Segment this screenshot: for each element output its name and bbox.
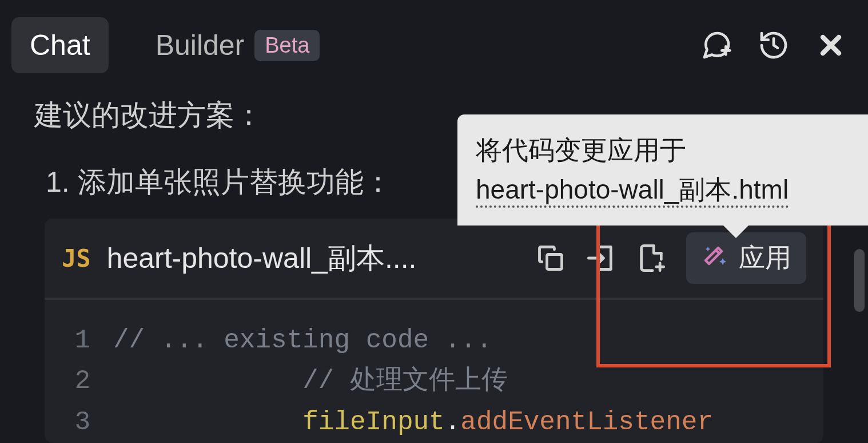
line-number: 1 [45,321,113,361]
code-text: // ... existing code ... [113,321,492,361]
apply-button[interactable]: 应用 [686,232,806,284]
tab-builder[interactable]: Builder Beta [137,17,339,73]
tooltip: 将代码变更应用于 heart-photo-wall_副本.html [457,114,868,226]
svg-line-8 [716,250,719,254]
new-file-icon[interactable] [636,243,667,274]
code-line: 2 // 处理文件上传 [45,361,823,402]
new-chat-icon[interactable] [699,28,734,62]
tabs: Chat Builder Beta [11,17,338,73]
tooltip-filename: heart-photo-wall_副本.html [476,175,789,208]
code-body: 1// ... existing code ...2 // 处理文件上传3 fi… [45,300,823,443]
code-text: // 处理文件上传 [113,361,508,402]
code-block: JS heart-photo-wall_副本.... [45,219,823,443]
close-icon[interactable] [814,28,848,62]
file-type-icon: JS [62,244,91,272]
code-text: fileInput.addEventListener [113,402,713,443]
code-line: 3 fileInput.addEventListener [45,402,823,443]
line-number: 2 [45,361,113,402]
code-header: JS heart-photo-wall_副本.... [45,219,823,300]
tooltip-line-2: heart-photo-wall_副本.html [476,170,850,209]
magic-wand-icon [701,243,728,273]
svg-rect-4 [547,255,562,270]
header-icons [699,28,848,62]
history-icon[interactable] [756,28,791,62]
tab-chat-label: Chat [30,29,90,62]
scrollbar-thumb[interactable] [854,249,865,312]
code-actions: 应用 [535,232,806,284]
insert-icon[interactable] [586,243,616,274]
apply-button-label: 应用 [739,240,791,276]
file-info: JS heart-photo-wall_副本.... [62,239,535,278]
copy-icon[interactable] [535,243,566,274]
code-line: 1// ... existing code ... [45,321,823,361]
line-number: 3 [45,402,113,443]
tooltip-line-1: 将代码变更应用于 [476,130,850,170]
header: Chat Builder Beta [0,0,868,85]
beta-badge: Beta [254,30,320,61]
file-name: heart-photo-wall_副本.... [107,239,417,278]
tab-builder-label: Builder [156,29,245,62]
tab-chat[interactable]: Chat [11,17,109,73]
